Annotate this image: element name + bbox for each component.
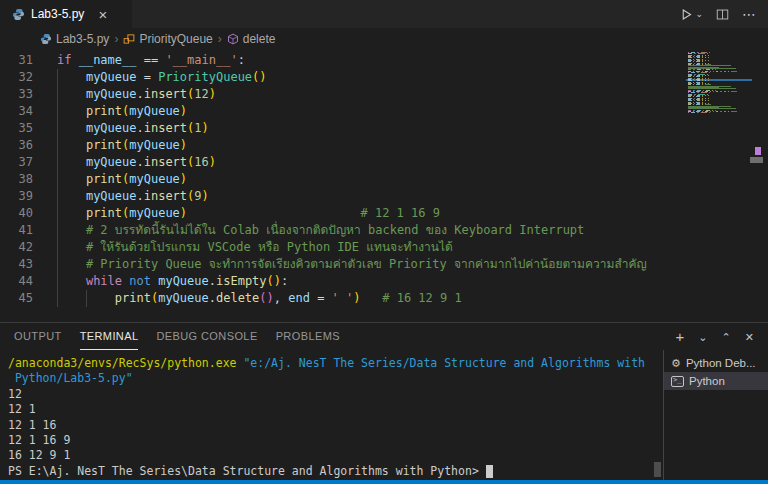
- python-file-icon: [40, 33, 52, 45]
- code-editor[interactable]: 31if __name__ == '__main__':32 myQueue =…: [0, 50, 768, 322]
- terminal-list-label: Python Deb...: [686, 357, 756, 369]
- line-number: 42: [0, 239, 45, 256]
- chevron-down-icon[interactable]: [695, 9, 703, 19]
- line-number: 43: [0, 256, 45, 273]
- terminal-line: 12 1 16: [8, 418, 663, 433]
- terminal-cursor: [486, 465, 493, 478]
- play-icon: [680, 8, 693, 21]
- code-line: 32 myQueue = PriorityQueue(): [0, 69, 768, 86]
- breadcrumb-item-method[interactable]: delete: [227, 32, 276, 46]
- line-number: 32: [0, 69, 45, 86]
- class-symbol-icon: [123, 33, 135, 45]
- line-number: 41: [0, 222, 45, 239]
- terminal-line: 12 1 16 9: [8, 433, 663, 448]
- code-line: 39 myQueue.insert(9): [0, 188, 768, 205]
- scrollbar-cursor-marker: [755, 147, 761, 155]
- terminal-output[interactable]: /anaconda3/envs/RecSys/python.exe "e:/Aj…: [0, 350, 663, 480]
- code-lines: 31if __name__ == '__main__':32 myQueue =…: [0, 50, 768, 307]
- code-line: 45 print(myQueue.delete(), end = ' ') # …: [0, 290, 768, 307]
- line-number: 44: [0, 273, 45, 290]
- terminal-line: 12 1: [8, 402, 663, 417]
- vscode-window: Lab3-5.py Lab3-5.py: [0, 0, 768, 484]
- bottom-panel: OUTPUT TERMINAL DEBUG CONSOLE PROBLEMS /…: [0, 322, 768, 480]
- terminal-list-item[interactable]: Python: [664, 372, 768, 390]
- terminal-dropdown-icon[interactable]: [698, 330, 707, 343]
- line-number: 34: [0, 103, 45, 120]
- code-line: 41 # 2 บรรทัดนี้รันไม่ได้ใน Colab เนื่อง…: [0, 222, 768, 239]
- maximize-panel-icon[interactable]: [722, 330, 731, 343]
- scrollbar-thumb[interactable]: [750, 157, 763, 163]
- chevron-right-icon: [114, 32, 118, 46]
- terminal-list: Python Deb...Python: [663, 350, 768, 480]
- code-line: 44 while not myQueue.isEmpty():: [0, 273, 768, 290]
- code-line: 34 print(myQueue): [0, 103, 768, 120]
- code-line: 35 myQueue.insert(1): [0, 120, 768, 137]
- terminal-line: 12: [8, 387, 663, 402]
- breadcrumb-label: PriorityQueue: [139, 32, 212, 46]
- panel-actions: [676, 323, 754, 350]
- terminal-line: PS E:\Aj. NesT The Series\Data Structure…: [8, 464, 663, 479]
- breadcrumb-item-class[interactable]: PriorityQueue: [123, 32, 212, 46]
- close-panel-icon[interactable]: [745, 330, 754, 343]
- code-line: 40 print(myQueue) # 12 1 16 9: [0, 205, 768, 222]
- line-number: 36: [0, 137, 45, 154]
- line-number: 38: [0, 171, 45, 188]
- line-number: 37: [0, 154, 45, 171]
- line-number: 45: [0, 290, 45, 307]
- new-terminal-icon[interactable]: [676, 329, 685, 344]
- code-line: 31if __name__ == '__main__':: [0, 52, 768, 69]
- tab-output[interactable]: OUTPUT: [14, 323, 62, 350]
- breadcrumb-label: Lab3-5.py: [56, 32, 109, 46]
- status-bar: [0, 480, 768, 484]
- breadcrumb-label: delete: [243, 32, 276, 46]
- minimap[interactable]: [688, 52, 752, 170]
- panel-body: /anaconda3/envs/RecSys/python.exe "e:/Aj…: [0, 350, 768, 480]
- tab-terminal[interactable]: TERMINAL: [80, 323, 139, 350]
- chevron-right-icon: [218, 32, 222, 46]
- editor-actions: [680, 0, 768, 28]
- breadcrumb: Lab3-5.py PriorityQueue delete: [0, 28, 768, 50]
- code-line: 33 myQueue.insert(12): [0, 86, 768, 103]
- line-number: 39: [0, 188, 45, 205]
- tab-label: Lab3-5.py: [31, 7, 84, 21]
- code-line: 42 # ให้รันด้วยโปรแกรม VSCode หรือ Pytho…: [0, 239, 768, 256]
- terminal-scrollbar[interactable]: [654, 462, 661, 477]
- code-line: 43 # Priority Queue จะทำการจัดเรียงคิวตา…: [0, 256, 768, 273]
- python-file-icon: [12, 8, 25, 21]
- code-line: 36 print(myQueue): [0, 137, 768, 154]
- tab-debug-console[interactable]: DEBUG CONSOLE: [156, 323, 257, 350]
- code-line: 37 myQueue.insert(16): [0, 154, 768, 171]
- code-line: 38 print(myQueue): [0, 171, 768, 188]
- panel-header: OUTPUT TERMINAL DEBUG CONSOLE PROBLEMS: [0, 323, 768, 350]
- terminal-line: /anaconda3/envs/RecSys/python.exe "e:/Aj…: [8, 356, 663, 371]
- line-number: 31: [0, 52, 45, 69]
- tab-problems[interactable]: PROBLEMS: [276, 323, 340, 350]
- line-number: 33: [0, 86, 45, 103]
- tab-lab3-5[interactable]: Lab3-5.py: [0, 0, 132, 28]
- terminal-list-label: Python: [689, 375, 725, 387]
- method-symbol-icon: [227, 33, 239, 45]
- tab-bar-spacer: [132, 0, 680, 28]
- run-button[interactable]: [680, 8, 703, 21]
- editor-scrollbar[interactable]: [754, 50, 768, 322]
- split-editor-icon[interactable]: [716, 8, 729, 21]
- line-number: 35: [0, 120, 45, 137]
- terminal-icon: [671, 376, 684, 387]
- line-number: 40: [0, 205, 45, 222]
- terminal-line: Python/Lab3-5.py": [8, 371, 663, 386]
- terminal-line: 16 12 9 1: [8, 448, 663, 463]
- breadcrumb-item-file[interactable]: Lab3-5.py: [40, 32, 109, 46]
- indent-guide: [57, 69, 58, 307]
- terminal-list-item[interactable]: Python Deb...: [664, 354, 768, 372]
- indent-guide: [86, 290, 87, 307]
- debug-console-icon: [671, 357, 681, 370]
- close-icon[interactable]: [98, 7, 107, 22]
- editor-tab-bar: Lab3-5.py: [0, 0, 768, 28]
- more-actions-icon[interactable]: [742, 6, 756, 22]
